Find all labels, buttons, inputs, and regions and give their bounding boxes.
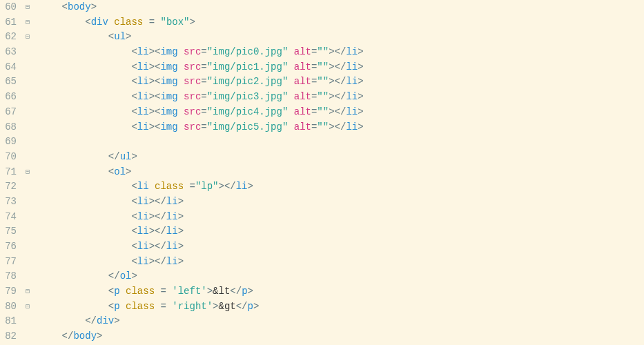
- token-tag: ul: [120, 151, 132, 162]
- token-text: [108, 17, 114, 28]
- fold-marker[interactable]: ⊟: [22, 165, 33, 180]
- token-punct: =: [201, 121, 206, 132]
- token-punct: ></: [329, 76, 346, 87]
- token-punct: >: [131, 270, 137, 282]
- code-line[interactable]: </ul>: [39, 150, 644, 165]
- line-number: 77: [0, 255, 17, 270]
- code-line[interactable]: <li><img src="img/pic3.jpg" alt=""></li>: [39, 90, 644, 105]
- fold-marker: [22, 195, 33, 210]
- token-punct: >: [91, 1, 97, 12]
- token-punct: ></: [329, 121, 346, 132]
- code-line[interactable]: </div>: [39, 314, 644, 329]
- token-punct: >: [131, 151, 137, 162]
- token-attr-key: alt: [294, 76, 311, 87]
- token-text: &lt: [213, 286, 230, 297]
- code-line[interactable]: <li></li>: [39, 255, 644, 270]
- code-line[interactable]: <li class ="lp"></li>: [39, 179, 644, 195]
- token-string: "": [317, 76, 329, 87]
- fold-marker[interactable]: ⊟: [22, 30, 33, 45]
- code-line[interactable]: <div class = "box">: [39, 15, 644, 30]
- code-line[interactable]: <ol>: [39, 165, 644, 180]
- code-line[interactable]: </ol>: [39, 269, 644, 284]
- fold-marker: [22, 45, 33, 60]
- token-punct: ></: [149, 226, 166, 237]
- code-line[interactable]: <li><img src="img/pic5.jpg" alt=""></li>: [39, 120, 644, 135]
- token-punct: <: [62, 1, 68, 12]
- code-line[interactable]: <li></li>: [39, 195, 644, 210]
- token-punct: <: [131, 106, 137, 117]
- fold-marker: [22, 135, 33, 150]
- fold-marker: [22, 329, 33, 344]
- code-editor[interactable]: 6061626364656667686970717273747576777879…: [0, 0, 644, 345]
- token-punct: <: [108, 301, 114, 312]
- line-number: 64: [0, 60, 17, 75]
- line-number: 65: [0, 75, 17, 90]
- token-punct: ></: [149, 211, 166, 222]
- line-number: 81: [0, 314, 17, 329]
- token-punct: </: [108, 151, 120, 162]
- code-line[interactable]: <li></li>: [39, 239, 644, 255]
- token-attr-key: alt: [294, 106, 311, 117]
- fold-marker: [22, 269, 33, 284]
- code-line[interactable]: <li><img src="img/pic4.jpg" alt=""></li>: [39, 105, 644, 120]
- token-punct: >: [207, 286, 213, 297]
- token-punct: >: [213, 301, 218, 312]
- token-text: [143, 17, 148, 28]
- token-punct: =: [160, 286, 166, 297]
- token-attr-key: src: [184, 76, 201, 87]
- token-text: [288, 76, 293, 87]
- token-tag: p: [114, 301, 119, 312]
- token-tag: li: [236, 181, 248, 192]
- line-number: 69: [0, 135, 17, 150]
- token-text: [178, 121, 184, 132]
- code-line[interactable]: <li></li>: [39, 224, 644, 239]
- token-punct: <: [131, 256, 137, 267]
- token-punct: <: [108, 31, 114, 42]
- code-line[interactable]: <body>: [39, 0, 644, 15]
- token-tag: ol: [120, 270, 132, 282]
- code-line[interactable]: </body>: [39, 329, 644, 344]
- line-number: 62: [0, 30, 17, 45]
- code-line[interactable]: <p class = 'left'>&lt</p>: [39, 284, 644, 299]
- token-attr-key: src: [184, 46, 201, 57]
- token-attr-key: alt: [294, 61, 311, 72]
- token-tag: li: [346, 121, 358, 132]
- fold-marker[interactable]: ⊟: [22, 299, 33, 315]
- fold-marker: [22, 105, 33, 120]
- fold-marker[interactable]: ⊟: [22, 0, 33, 15]
- token-string: "": [317, 46, 329, 57]
- token-tag: img: [160, 91, 177, 102]
- token-punct: >: [358, 121, 363, 132]
- token-tag: li: [166, 256, 178, 267]
- token-tag: li: [346, 61, 358, 72]
- code-line[interactable]: <li><img src="img/pic2.jpg" alt=""></li>: [39, 75, 644, 90]
- fold-marker[interactable]: ⊟: [22, 284, 33, 299]
- code-line[interactable]: [39, 135, 644, 150]
- token-tag: body: [68, 1, 91, 12]
- code-line[interactable]: <p class = 'right'>&gt</p>: [39, 299, 644, 315]
- code-line[interactable]: <li></li>: [39, 210, 644, 225]
- fold-marker[interactable]: ⊟: [22, 15, 33, 30]
- token-punct: >: [190, 17, 195, 28]
- token-punct: =: [201, 76, 206, 87]
- token-attr-key: alt: [294, 46, 311, 57]
- token-tag: li: [137, 226, 149, 237]
- token-punct: <: [85, 17, 90, 28]
- token-punct: >: [253, 301, 259, 312]
- token-string: "img/pic0.jpg": [207, 46, 289, 57]
- line-number: 63: [0, 45, 17, 60]
- token-tag: li: [137, 76, 149, 87]
- token-tag: li: [166, 241, 178, 252]
- code-line[interactable]: <li><img src="img/pic1.jpg" alt=""></li>: [39, 60, 644, 75]
- token-punct: ><: [149, 46, 161, 57]
- code-line[interactable]: <li><img src="img/pic0.jpg" alt=""></li>: [39, 45, 644, 60]
- token-string: "": [317, 91, 329, 102]
- code-area[interactable]: <body> <div class = "box"> <ul> <li><img…: [33, 0, 644, 345]
- token-tag: li: [137, 91, 149, 102]
- token-punct: ></: [329, 91, 346, 102]
- token-attr-key: src: [184, 91, 201, 102]
- token-punct: =: [149, 17, 155, 28]
- token-punct: >: [126, 31, 131, 42]
- code-line[interactable]: <ul>: [39, 30, 644, 45]
- token-punct: =: [201, 106, 206, 117]
